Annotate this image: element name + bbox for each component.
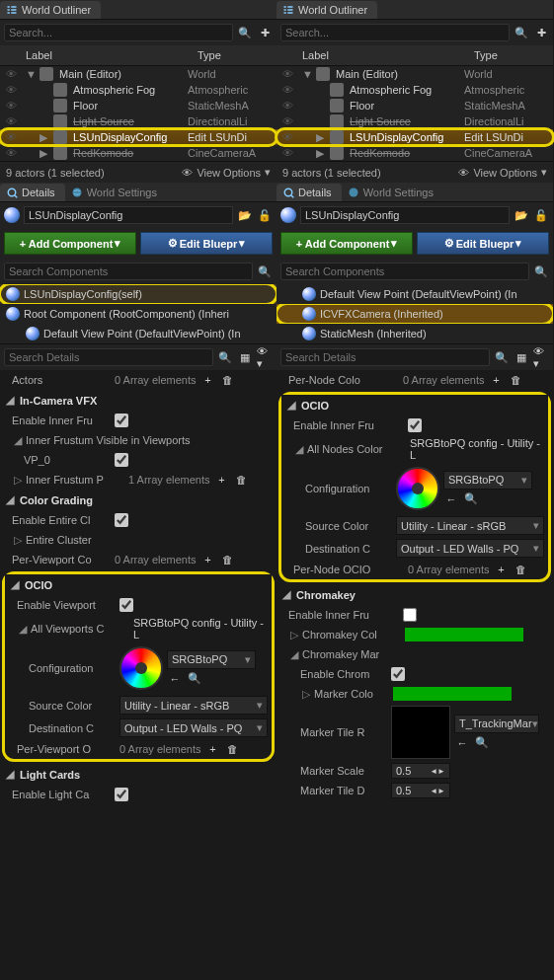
enable-chrom-checkbox[interactable] — [391, 667, 405, 681]
visibility-icon[interactable]: 👁 — [280, 131, 294, 143]
add-array-icon[interactable]: + — [200, 552, 216, 567]
expand-icon[interactable]: ▶ — [40, 147, 49, 160]
back-icon[interactable]: ← — [454, 735, 470, 751]
dest-color-dropdown[interactable]: Output - LED Walls - PQ▾ — [119, 718, 268, 737]
visibility-icon[interactable]: 👁 — [280, 100, 294, 112]
visibility-icon[interactable]: 👁 — [280, 68, 294, 80]
enable-light-cards-checkbox[interactable] — [115, 788, 128, 801]
browse-icon[interactable]: 📂 — [237, 207, 253, 223]
color-swatch[interactable] — [393, 687, 512, 701]
outliner-row[interactable]: 👁Atmospheric FogAtmospheric — [277, 82, 553, 98]
clear-array-icon[interactable]: 🗑 — [220, 552, 236, 567]
grid-icon[interactable]: ▦ — [514, 349, 529, 365]
tab-world-outliner[interactable]: World Outliner — [0, 1, 101, 19]
expand-icon[interactable]: ▶ — [316, 147, 326, 160]
color-swatch[interactable] — [405, 628, 523, 641]
tab-details[interactable]: Details — [0, 184, 65, 201]
outliner-row[interactable]: 👁Light SourceDirectionalLi — [0, 113, 277, 129]
triangle-right-icon[interactable]: ▷ — [12, 474, 22, 487]
section-light-cards[interactable]: ◢Light Cards — [0, 764, 277, 785]
visibility-icon[interactable]: 👁 — [280, 84, 294, 96]
component-row[interactable]: Root Component (RootComponent) (Inheri — [0, 304, 277, 324]
section-ocio[interactable]: ◢OCIO — [281, 395, 548, 415]
eye-icon[interactable]: 👁▾ — [257, 349, 273, 365]
search-icon[interactable]: 🔍 — [217, 349, 233, 365]
header-label[interactable]: Label — [277, 47, 468, 63]
section-ocio[interactable]: ◢OCIO — [5, 574, 272, 595]
section-chromakey[interactable]: ◢Chromakey — [277, 584, 553, 605]
back-icon[interactable]: ← — [443, 491, 459, 507]
visibility-icon[interactable]: 👁 — [280, 147, 294, 159]
edit-blueprint-button[interactable]: ⚙Edit Bluepr▾ — [140, 232, 273, 255]
add-array-icon[interactable]: + — [200, 372, 216, 388]
back-icon[interactable]: ← — [167, 671, 183, 687]
triangle-right-icon[interactable]: ▷ — [288, 629, 298, 641]
lock-icon[interactable]: 🔓 — [533, 207, 549, 223]
search-icon[interactable]: 🔍 — [474, 735, 490, 751]
marker-scale-spinner[interactable]: 0.5◄► — [391, 763, 450, 779]
enable-inner-ocio-checkbox[interactable] — [408, 418, 422, 432]
lock-icon[interactable]: 🔓 — [257, 207, 273, 223]
outliner-row[interactable]: 👁▶LSUnDisplayConfigEdit LSUnDi — [0, 129, 277, 145]
search-icon[interactable]: 🔍 — [463, 491, 479, 507]
config-dropdown[interactable]: SRGBtoPQ▾ — [167, 650, 256, 669]
component-row[interactable]: LSUnDisplayConfig(self) — [0, 284, 277, 304]
triangle-down-icon[interactable]: ◢ — [17, 623, 27, 636]
expand-icon[interactable]: ▼ — [26, 68, 36, 80]
edit-blueprint-button[interactable]: ⚙Edit Bluepr▾ — [417, 232, 549, 255]
outliner-row[interactable]: 👁▶RedKomodoCineCameraA — [0, 145, 277, 161]
section-incamera-vfx[interactable]: ◢In-Camera VFX — [0, 390, 277, 411]
visibility-icon[interactable]: 👁 — [280, 115, 294, 127]
add-array-icon[interactable]: + — [494, 562, 510, 577]
outliner-row[interactable]: 👁▶RedKomodoCineCameraA — [277, 145, 553, 161]
triangle-down-icon[interactable]: ◢ — [293, 443, 303, 456]
components-search-input[interactable] — [4, 263, 253, 280]
outliner-row[interactable]: 👁FloorStaticMeshA — [0, 98, 277, 113]
tab-world-outliner[interactable]: World Outliner — [277, 1, 377, 19]
tab-details[interactable]: Details — [277, 184, 342, 201]
marker-tile-dropdown[interactable]: T_TrackingMar▾ — [454, 715, 539, 733]
details-search-input[interactable] — [280, 348, 490, 366]
add-array-icon[interactable]: + — [214, 472, 230, 488]
enable-viewport-checkbox[interactable] — [119, 598, 133, 612]
triangle-right-icon[interactable]: ▷ — [12, 534, 22, 547]
actor-name-input[interactable] — [300, 206, 510, 224]
outliner-row[interactable]: 👁▶LSUnDisplayConfigEdit LSUnDi — [277, 129, 553, 145]
triangle-down-icon[interactable]: ◢ — [12, 434, 22, 447]
component-row[interactable]: Default View Point (DefaultViewPoint) (I… — [277, 284, 553, 304]
header-label[interactable]: Label — [0, 47, 192, 63]
clear-array-icon[interactable]: 🗑 — [234, 472, 250, 488]
visibility-icon[interactable]: 👁 — [4, 115, 18, 127]
dest-color-dropdown[interactable]: Output - LED Walls - PQ▾ — [396, 539, 544, 558]
source-color-dropdown[interactable]: Utility - Linear - sRGB▾ — [396, 516, 544, 535]
triangle-right-icon[interactable]: ▷ — [300, 688, 310, 701]
enable-entire-checkbox[interactable] — [115, 513, 128, 527]
component-row[interactable]: ICVFXCamera (Inherited) — [277, 304, 553, 324]
add-array-icon[interactable]: + — [489, 372, 505, 388]
outliner-row[interactable]: 👁Light SourceDirectionalLi — [277, 113, 553, 129]
add-component-button[interactable]: + Add Component▾ — [4, 232, 136, 255]
clear-array-icon[interactable]: 🗑 — [509, 372, 524, 388]
expand-icon[interactable]: ▶ — [316, 131, 326, 144]
eye-icon[interactable]: 👁▾ — [533, 349, 549, 365]
outliner-search-input[interactable] — [280, 24, 510, 41]
outliner-row[interactable]: 👁▼Main (Editor)World — [277, 66, 553, 82]
section-color-grading[interactable]: ◢Color Grading — [0, 490, 277, 510]
add-icon[interactable]: ✚ — [533, 25, 549, 40]
browse-icon[interactable]: 📂 — [514, 207, 529, 223]
visibility-icon[interactable]: 👁 — [4, 100, 18, 112]
tab-world-settings[interactable]: World Settings — [65, 184, 167, 201]
visibility-icon[interactable]: 👁 — [4, 131, 18, 143]
tab-world-settings[interactable]: World Settings — [342, 184, 443, 201]
outliner-search-input[interactable] — [4, 24, 233, 41]
search-icon[interactable]: 🔍 — [533, 264, 549, 279]
clear-array-icon[interactable]: 🗑 — [514, 562, 529, 577]
clear-array-icon[interactable]: 🗑 — [220, 372, 236, 388]
config-dropdown[interactable]: SRGBtoPQ▾ — [443, 471, 532, 490]
header-type[interactable]: Type — [468, 47, 553, 63]
expand-icon[interactable]: ▼ — [302, 68, 312, 80]
search-icon[interactable]: 🔍 — [514, 25, 529, 40]
add-component-button[interactable]: + Add Component▾ — [280, 232, 413, 255]
chroma-enable-inner-checkbox[interactable] — [403, 608, 417, 622]
component-row[interactable]: Default View Point (DefaultViewPoint) (I… — [0, 324, 277, 343]
